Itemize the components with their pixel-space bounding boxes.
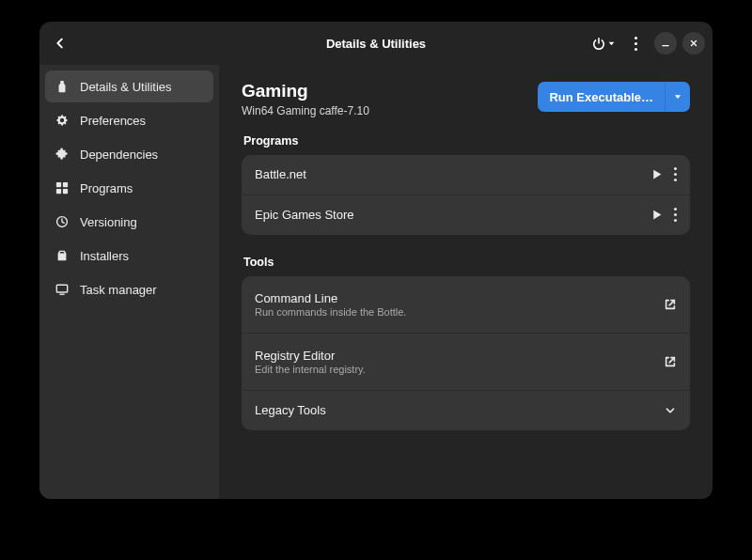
sidebar-item-preferences[interactable]: Preferences: [45, 104, 213, 136]
more-vertical-icon: [674, 208, 677, 222]
page-subtitle: Win64 Gaming caffe-7.10: [242, 104, 369, 117]
chevron-left-icon: [54, 37, 67, 50]
bottle-icon: [55, 79, 70, 94]
chevron-down-icon: [673, 92, 682, 101]
play-icon: [650, 168, 663, 180]
sidebar-item-label: Dependencies: [80, 148, 158, 162]
svg-rect-3: [56, 182, 61, 187]
sidebar: Details & Utilities Preferences Dependen…: [39, 65, 219, 499]
svg-rect-8: [56, 285, 67, 292]
grid-icon: [55, 180, 70, 195]
sidebar-item-label: Versioning: [80, 215, 137, 229]
program-row[interactable]: Battle.net: [242, 155, 690, 194]
power-icon: [592, 37, 605, 50]
sidebar-item-label: Details & Utilities: [80, 80, 172, 94]
clock-icon: [55, 214, 70, 229]
external-icon: [664, 355, 677, 368]
open-external-button[interactable]: [664, 298, 677, 311]
run-executable-dropdown[interactable]: [665, 82, 690, 112]
sidebar-item-label: Preferences: [80, 114, 146, 128]
window-body: Details & Utilities Preferences Dependen…: [39, 65, 713, 499]
play-button[interactable]: [650, 209, 663, 221]
svg-rect-5: [56, 189, 61, 194]
app-window: Details & Utilities Details & Uti: [39, 22, 713, 499]
sidebar-item-installers[interactable]: Installers: [45, 240, 213, 272]
play-button[interactable]: [650, 168, 663, 180]
tool-name: Registry Editor: [255, 349, 664, 363]
run-executable-button[interactable]: Run Executable…: [538, 82, 665, 112]
play-icon: [650, 209, 663, 221]
chevron-down-icon: [664, 404, 677, 417]
sidebar-item-label: Programs: [80, 181, 133, 195]
main-content: Gaming Win64 Gaming caffe-7.10 Run Execu…: [219, 65, 713, 499]
tool-description: Run commands inside the Bottle.: [255, 306, 664, 318]
run-executable-split-button[interactable]: Run Executable…: [538, 82, 690, 112]
tools-list: Command Line Run commands inside the Bot…: [242, 276, 690, 430]
close-icon: [689, 39, 698, 48]
tool-row-legacy[interactable]: Legacy Tools: [242, 390, 690, 430]
sidebar-item-dependencies[interactable]: Dependencies: [45, 138, 213, 170]
minimize-button[interactable]: [654, 32, 677, 54]
sidebar-item-taskmanager[interactable]: Task manager: [45, 273, 213, 305]
sidebar-item-label: Task manager: [80, 283, 157, 297]
headerbar: Details & Utilities: [39, 22, 713, 65]
tool-name: Command Line: [255, 291, 664, 305]
row-menu-button[interactable]: [674, 208, 677, 222]
section-label-programs: Programs: [243, 134, 690, 148]
external-icon: [664, 298, 677, 311]
installer-icon: [55, 248, 70, 263]
expand-button[interactable]: [664, 404, 677, 417]
back-button[interactable]: [47, 30, 73, 56]
open-external-button[interactable]: [664, 355, 677, 368]
chevron-down-icon: [607, 39, 616, 48]
more-vertical-icon: [634, 37, 637, 51]
page-title: Gaming: [242, 82, 369, 101]
program-name: Battle.net: [255, 167, 650, 181]
power-menu-button[interactable]: [590, 30, 617, 56]
sidebar-item-label: Installers: [80, 249, 129, 263]
main-header: Gaming Win64 Gaming caffe-7.10 Run Execu…: [242, 82, 690, 117]
tool-row-commandline[interactable]: Command Line Run commands inside the Bot…: [242, 276, 690, 333]
section-label-tools: Tools: [243, 256, 690, 269]
programs-list: Battle.net Epic Games Store: [242, 155, 690, 235]
tool-description: Edit the internal registry.: [255, 364, 664, 375]
tool-row-registry[interactable]: Registry Editor Edit the internal regist…: [242, 333, 690, 390]
sidebar-item-versioning[interactable]: Versioning: [45, 206, 213, 238]
program-row[interactable]: Epic Games Store: [242, 194, 690, 235]
sidebar-item-details[interactable]: Details & Utilities: [45, 70, 213, 102]
close-button[interactable]: [682, 32, 705, 54]
kebab-menu-button[interactable]: [622, 30, 649, 56]
svg-rect-4: [63, 182, 68, 187]
minimize-icon: [661, 39, 670, 48]
row-menu-button[interactable]: [674, 167, 677, 181]
sidebar-item-programs[interactable]: Programs: [45, 172, 213, 204]
more-vertical-icon: [674, 167, 677, 181]
puzzle-icon: [55, 147, 70, 162]
monitor-icon: [55, 282, 70, 297]
gear-icon: [55, 113, 70, 128]
tool-name: Legacy Tools: [255, 403, 664, 417]
svg-rect-6: [63, 189, 68, 194]
program-name: Epic Games Store: [255, 208, 650, 222]
